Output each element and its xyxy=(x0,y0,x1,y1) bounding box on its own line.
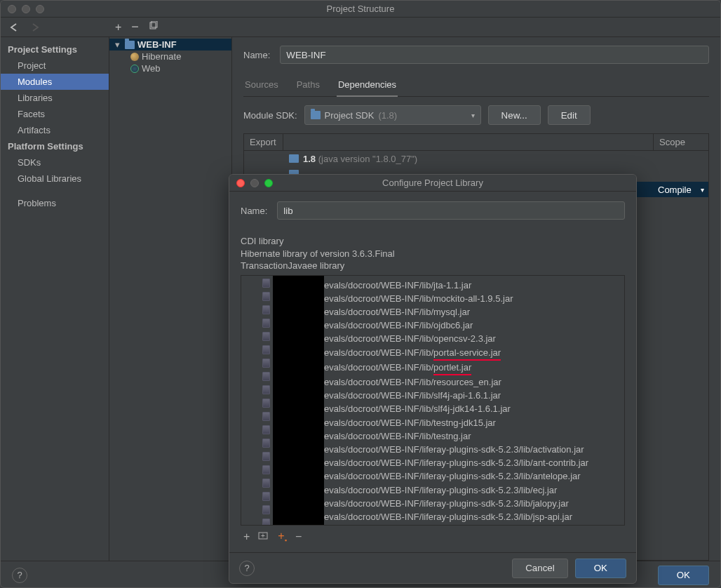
hibernate-icon xyxy=(130,53,139,61)
scope-value: Compile xyxy=(658,185,692,195)
svg-rect-0 xyxy=(150,22,156,29)
jar-list[interactable]: evals/docroot/WEB-INF/lib/jta-1.1.jareva… xyxy=(241,275,625,526)
tree-label: WEB-INF xyxy=(137,39,177,50)
tab-paths[interactable]: Paths xyxy=(295,75,321,96)
toolbar: + − xyxy=(1,18,720,37)
help-icon[interactable]: ? xyxy=(12,568,27,583)
jar-entry[interactable]: evals/docroot/WEB-INF/lib/mysql.jar xyxy=(324,305,588,319)
nav-back-icon[interactable] xyxy=(9,23,20,32)
jar-entry[interactable]: evals/docroot/WEB-INF/lib/portal-service… xyxy=(324,346,588,361)
dialog-ok-button[interactable]: OK xyxy=(575,559,626,578)
jar-icon xyxy=(262,412,270,421)
name-label: Name: xyxy=(243,50,270,60)
dependency-row[interactable]: 1.8 (java version "1.8.0_77") xyxy=(244,151,708,166)
add-icon[interactable]: + xyxy=(115,21,121,34)
jar-entry[interactable]: evals/docroot/WEB-INF/liferay-plugins-sd… xyxy=(324,456,588,469)
col-export: Export xyxy=(244,134,283,150)
sidebar-item-artifacts[interactable]: Artifacts xyxy=(1,122,109,138)
lib-add-icon[interactable]: + xyxy=(243,530,250,543)
nav-forward-icon xyxy=(30,23,41,32)
jar-icon xyxy=(262,319,270,328)
jar-entry[interactable]: evals/docroot/WEB-INF/lib/slf4j-jdk14-1.… xyxy=(324,402,588,415)
sdk-value: Project SDK xyxy=(325,110,375,121)
dialog-help-icon[interactable]: ? xyxy=(239,561,255,576)
col-scope: Scope xyxy=(654,134,708,150)
jar-icon xyxy=(262,292,270,301)
module-icon xyxy=(125,41,135,49)
module-tabs: Sources Paths Dependencies xyxy=(243,75,709,97)
main-titlebar: Project Structure xyxy=(1,1,720,18)
lib-add-folder-icon[interactable]: + xyxy=(258,530,269,543)
chevron-down-icon: ▾ xyxy=(471,112,475,119)
module-sdk-select[interactable]: Project SDK (1.8) ▾ xyxy=(304,105,481,125)
tree-label: Hibernate xyxy=(142,51,181,62)
jar-icon xyxy=(262,452,270,461)
tree-node-web[interactable]: Web xyxy=(109,62,231,74)
jar-icon xyxy=(262,305,270,314)
lib-remove-icon[interactable]: − xyxy=(295,530,302,543)
redacted-block xyxy=(273,276,324,525)
tree-node-hibernate[interactable]: Hibernate xyxy=(109,51,231,62)
sidebar-item-sdks[interactable]: SDKs xyxy=(1,154,109,171)
sidebar-item-modules[interactable]: Modules xyxy=(1,74,109,90)
library-meta: CDI libraryHibernate library of version … xyxy=(241,235,625,272)
jar-icon xyxy=(262,519,270,526)
sidebar-item-project[interactable]: Project xyxy=(1,58,109,74)
sidebar-section-project: Project Settings xyxy=(1,41,109,58)
sdk-icon xyxy=(289,154,299,163)
tree-node-webinf[interactable]: ▾ WEB-INF xyxy=(109,39,231,51)
library-meta-line: TransactionJavaee library xyxy=(241,260,625,272)
jar-entry[interactable]: evals/docroot/WEB-INF/lib/jta-1.1.jar xyxy=(324,279,588,292)
jar-icon xyxy=(262,492,270,501)
jar-entry[interactable]: evals/docroot/WEB-INF/liferay-plugins-sd… xyxy=(324,510,588,523)
library-meta-line: Hibernate library of version 3.6.3.Final xyxy=(241,248,625,260)
module-tree: ▾ WEB-INF Hibernate Web xyxy=(109,37,232,561)
svg-text:+: + xyxy=(261,532,265,540)
jar-entry[interactable]: evals/docroot/WEB-INF/liferay-plugins-sd… xyxy=(324,469,588,483)
jar-entry[interactable]: evals/docroot/WEB-INF/lib/slf4j-api-1.6.… xyxy=(324,389,588,402)
jar-icon xyxy=(262,425,270,434)
sidebar-item-global-libraries[interactable]: Global Libraries xyxy=(1,171,109,187)
jar-icon xyxy=(262,479,270,488)
library-name-input[interactable] xyxy=(277,201,625,220)
main-ok-button[interactable]: OK xyxy=(658,566,709,585)
jar-entry[interactable]: evals/docroot/WEB-INF/lib/testng-jdk15.j… xyxy=(324,416,588,429)
jar-entry[interactable]: evals/docroot/WEB-INF/liferay-plugins-sd… xyxy=(324,497,588,510)
jar-icon xyxy=(262,279,270,288)
jar-entry[interactable]: evals/docroot/WEB-INF/liferay-plugins-sd… xyxy=(324,523,588,525)
jar-entry[interactable]: evals/docroot/WEB-INF/lib/portlet.jar xyxy=(324,361,588,375)
library-meta-line: CDI library xyxy=(241,235,625,248)
copy-icon[interactable] xyxy=(149,21,159,33)
jar-icon xyxy=(262,505,270,514)
jar-entry[interactable]: evals/docroot/WEB-INF/lib/opencsv-2.3.ja… xyxy=(324,332,588,345)
sidebar-item-facets[interactable]: Facets xyxy=(1,106,109,122)
web-icon xyxy=(130,65,139,73)
tab-dependencies[interactable]: Dependencies xyxy=(337,75,398,97)
jar-icon xyxy=(262,439,270,448)
col-name xyxy=(283,134,654,150)
tab-sources[interactable]: Sources xyxy=(243,75,280,96)
jar-entry[interactable]: evals/docroot/WEB-INF/liferay-plugins-sd… xyxy=(324,443,588,456)
edit-sdk-button[interactable]: Edit xyxy=(548,105,591,125)
dialog-cancel-button[interactable]: Cancel xyxy=(512,559,568,578)
jar-entry[interactable]: evals/docroot/WEB-INF/liferay-plugins-sd… xyxy=(324,483,588,497)
expander-icon[interactable]: ▾ xyxy=(115,39,122,50)
new-sdk-button[interactable]: New... xyxy=(488,105,541,125)
configure-library-dialog: Configure Project Library Name: CDI libr… xyxy=(229,174,637,584)
svg-rect-1 xyxy=(151,21,157,27)
sidebar-item-problems[interactable]: Problems xyxy=(1,195,109,211)
chevron-down-icon[interactable]: ▾ xyxy=(701,186,704,194)
folder-icon xyxy=(311,111,321,119)
jar-entry[interactable]: evals/docroot/WEB-INF/lib/ojdbc6.jar xyxy=(324,319,588,332)
remove-icon[interactable]: − xyxy=(131,20,139,34)
dialog-title: Configure Project Library xyxy=(229,178,636,188)
jar-icon xyxy=(262,399,270,408)
jar-entry[interactable]: evals/docroot/WEB-INF/lib/resources_en.j… xyxy=(324,375,588,389)
module-name-input[interactable] xyxy=(280,46,709,64)
jar-icon xyxy=(262,332,270,341)
jar-entry[interactable]: evals/docroot/WEB-INF/lib/mockito-all-1.… xyxy=(324,292,588,305)
lib-attach-icon[interactable]: +▪ xyxy=(278,530,287,544)
jar-icon xyxy=(262,359,270,368)
sidebar-item-libraries[interactable]: Libraries xyxy=(1,90,109,106)
jar-entry[interactable]: evals/docroot/WEB-INF/lib/testng.jar xyxy=(324,429,588,443)
